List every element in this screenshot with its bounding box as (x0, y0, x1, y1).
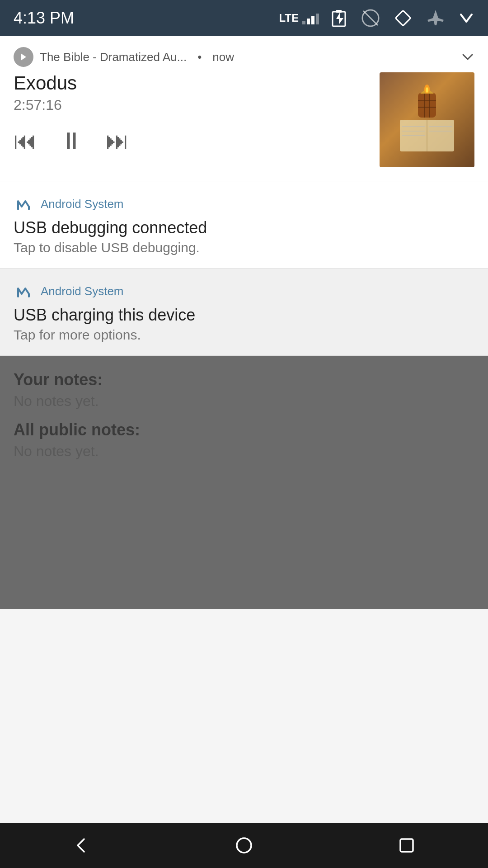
back-button[interactable] (63, 827, 99, 863)
media-title: Exodus (14, 72, 371, 94)
usb-debug-desc: Tap to disable USB debugging. (14, 240, 474, 255)
media-next-button[interactable]: ⏭ (106, 127, 129, 154)
media-app-name: The Bible - Dramatized Au... (40, 50, 187, 64)
status-time: 4:13 PM (14, 9, 74, 28)
all-public-heading: All public notes: (14, 420, 474, 439)
media-duration: 2:57:16 (14, 97, 371, 113)
svg-rect-1 (336, 10, 342, 13)
svg-marker-6 (21, 53, 26, 61)
media-notification-header: The Bible - Dramatized Au... • now (14, 47, 474, 67)
signal-bar-4 (316, 14, 319, 24)
usb-charge-header: Android System (14, 281, 474, 301)
notification-panel: The Bible - Dramatized Au... • now Exodu… (0, 36, 488, 356)
usb-charging-notification[interactable]: Android System USB charging this device … (0, 269, 488, 356)
home-button[interactable] (226, 827, 262, 863)
all-public-notes-section: All public notes: No notes yet. (14, 420, 474, 460)
status-icons: LTE (279, 8, 474, 28)
usb-debug-title: USB debugging connected (14, 218, 474, 237)
usb-charge-desc: Tap for more options. (14, 327, 474, 343)
all-public-empty: No notes yet. (14, 443, 474, 460)
media-content: Exodus 2:57:16 ⏮ ⏸ ⏭ (14, 72, 474, 167)
expand-notifications-icon[interactable] (458, 10, 474, 26)
rotate-icon (393, 8, 413, 28)
usb-debug-header: Android System (14, 194, 474, 214)
do-not-disturb-icon (361, 8, 380, 28)
media-thumb-placeholder (380, 72, 474, 167)
lte-text: LTE (279, 12, 299, 24)
navigation-bar (0, 823, 488, 868)
usb-debug-app-name: Android System (41, 197, 124, 211)
media-time-badge: now (212, 50, 234, 64)
airplane-icon (426, 8, 446, 28)
media-controls[interactable]: ⏮ ⏸ ⏭ (14, 127, 371, 154)
svg-marker-2 (336, 13, 343, 24)
media-thumb-svg (391, 84, 463, 156)
android-system-icon-debug (14, 194, 33, 214)
your-notes-empty: No notes yet. (14, 393, 474, 410)
your-notes-section: Your notes: No notes yet. (14, 370, 474, 410)
signal-bar-1 (302, 21, 305, 24)
svg-point-22 (237, 838, 251, 853)
svg-rect-14 (418, 93, 436, 118)
media-prev-button[interactable]: ⏮ (14, 127, 37, 154)
media-album-art (380, 72, 474, 167)
status-bar: 4:13 PM LTE (0, 0, 488, 36)
media-header-left: The Bible - Dramatized Au... • now (14, 47, 461, 67)
usb-debugging-notification[interactable]: Android System USB debugging connected T… (0, 181, 488, 269)
signal-bar-2 (307, 19, 310, 24)
lte-signal-icon: LTE (279, 12, 319, 24)
battery-icon (332, 9, 348, 27)
svg-point-17 (426, 87, 428, 93)
svg-line-4 (363, 11, 378, 25)
android-system-icon-charge (14, 281, 33, 301)
signal-bar-3 (311, 16, 314, 24)
usb-charge-app-name: Android System (41, 284, 124, 298)
svg-rect-5 (395, 10, 411, 26)
usb-charge-title: USB charging this device (14, 306, 474, 325)
media-pause-button[interactable]: ⏸ (60, 127, 83, 154)
expand-media-icon[interactable] (461, 50, 474, 64)
media-info: Exodus 2:57:16 ⏮ ⏸ ⏭ (14, 72, 371, 154)
signal-bars (302, 12, 319, 24)
app-content-area: Your notes: No notes yet. All public not… (0, 356, 488, 609)
media-separator-dot: • (197, 50, 202, 64)
svg-rect-23 (400, 839, 413, 852)
media-play-indicator (14, 47, 33, 67)
media-notification[interactable]: The Bible - Dramatized Au... • now Exodu… (0, 36, 488, 181)
your-notes-heading: Your notes: (14, 370, 474, 389)
recents-button[interactable] (389, 827, 425, 863)
